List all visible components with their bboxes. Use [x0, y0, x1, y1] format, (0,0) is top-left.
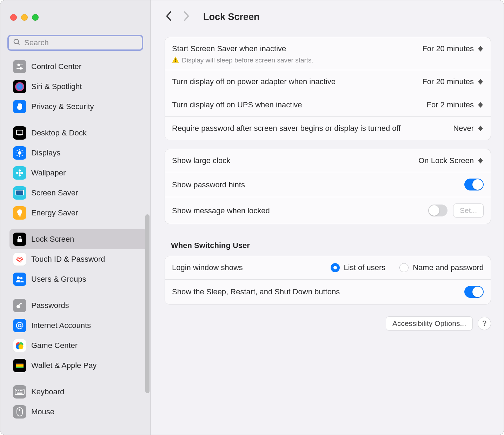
radio-label: List of users — [344, 263, 386, 272]
main-header: Lock Screen — [165, 0, 491, 33]
row-login-window-shows: Login window shows List of users Name an… — [165, 256, 491, 280]
row-label: Show message when locked — [172, 206, 428, 216]
row-display-off-ups: Turn display off on UPS when inactive Fo… — [165, 93, 491, 117]
svg-line-14 — [17, 150, 18, 151]
screen-icon — [13, 186, 26, 200]
sidebar-item-siri[interactable]: Siri & Spotlight — [9, 76, 147, 96]
sidebar-item-wallet[interactable]: Wallet & Apple Pay — [9, 355, 147, 375]
keyboard-icon — [13, 385, 26, 399]
stepper-icon[interactable] — [477, 100, 484, 109]
sidebar-item-screensaver[interactable]: Screen Saver — [9, 183, 147, 203]
warning-row: Display will sleep before screen saver s… — [172, 56, 484, 65]
row-label: Login window shows — [172, 262, 264, 273]
sun-icon — [13, 146, 26, 160]
sidebar-item-label: Passwords — [31, 301, 69, 310]
toggle-sleep-restart[interactable] — [464, 286, 484, 298]
svg-line-16 — [17, 155, 18, 156]
sidebar-item-control-center[interactable]: Control Center — [9, 56, 147, 76]
svg-rect-41 — [15, 389, 24, 395]
sidebar-item-wallpaper[interactable]: Wallpaper — [9, 163, 147, 183]
svg-point-21 — [16, 172, 18, 174]
sidebar-item-label: Energy Saver — [31, 208, 78, 218]
sidebar-item-lock-screen[interactable]: Lock Screen — [9, 229, 147, 249]
sidebar-item-privacy[interactable]: Privacy & Security — [9, 96, 147, 116]
svg-rect-26 — [18, 239, 22, 242]
sidebar-item-displays[interactable]: Displays — [9, 143, 147, 163]
footer: Accessibility Options... ? — [165, 316, 491, 330]
radio-label: Name and password — [413, 263, 484, 272]
sidebar-item-label: Keyboard — [31, 387, 64, 396]
svg-marker-55 — [478, 82, 483, 85]
sidebar-item-gamecenter[interactable]: Game Center — [9, 335, 147, 355]
row-display-off-adapter: Turn display off on power adapter when i… — [165, 70, 491, 94]
sidebar-item-label: Wallet & Apple Pay — [31, 361, 97, 370]
row-value: For 20 minutes — [422, 77, 474, 86]
row-label: Turn display off on power adapter when i… — [172, 76, 422, 87]
svg-rect-53 — [175, 61, 176, 62]
sidebar-item-label: Privacy & Security — [31, 102, 94, 111]
radio-option-list[interactable]: List of users — [331, 263, 386, 272]
forward-button[interactable] — [183, 11, 191, 23]
page-title: Lock Screen — [203, 12, 260, 22]
close-button[interactable] — [10, 14, 17, 21]
sidebar-item-label: Touch ID & Password — [31, 255, 105, 264]
switching-user-card: Login window shows List of users Name an… — [165, 256, 491, 304]
toggle-show-message[interactable] — [428, 205, 447, 216]
sidebar-item-desktop[interactable]: Desktop & Dock — [9, 123, 147, 143]
lock-display-card: Show large clock On Lock Screen Show pas… — [165, 149, 491, 225]
svg-line-17 — [22, 150, 22, 151]
sidebar-item-label: Control Center — [31, 62, 81, 71]
sidebar-item-internet[interactable]: Internet Accounts — [9, 315, 147, 335]
hand-icon — [13, 100, 26, 113]
row-screensaver-inactive: Start Screen Saver when inactive For 20 … — [165, 37, 491, 70]
svg-point-18 — [19, 172, 21, 174]
svg-marker-56 — [478, 102, 483, 105]
sidebar-item-keyboard[interactable]: Keyboard — [9, 382, 147, 402]
maximize-button[interactable] — [32, 14, 39, 21]
stepper-icon[interactable] — [477, 77, 484, 86]
stepper-icon[interactable] — [477, 156, 484, 165]
game-icon — [13, 339, 26, 352]
accessibility-options-button[interactable]: Accessibility Options... — [386, 316, 473, 330]
sidebar-item-passwords[interactable]: Passwords — [9, 295, 147, 315]
sidebar-item-energy[interactable]: Energy Saver — [9, 203, 147, 223]
svg-marker-61 — [478, 161, 483, 163]
svg-marker-49 — [478, 46, 483, 49]
help-button[interactable]: ? — [478, 317, 491, 330]
people-icon — [13, 273, 26, 286]
row-label: Show large clock — [172, 155, 418, 166]
sidebar-item-label: Wallpaper — [31, 168, 66, 178]
row-label: Show password hints — [172, 180, 464, 190]
svg-marker-54 — [478, 79, 483, 82]
svg-rect-43 — [18, 390, 19, 391]
svg-line-15 — [22, 155, 22, 156]
stepper-icon[interactable] — [477, 124, 484, 133]
search-input[interactable] — [24, 38, 138, 47]
svg-rect-42 — [16, 390, 17, 391]
set-message-button[interactable]: Set... — [453, 203, 484, 218]
radio-option-namepw[interactable]: Name and password — [399, 263, 484, 272]
search-field[interactable] — [7, 35, 143, 51]
svg-point-19 — [19, 169, 21, 172]
flower-icon — [13, 166, 26, 180]
sidebar-item-users[interactable]: Users & Groups — [9, 269, 147, 289]
stepper-icon[interactable] — [477, 44, 484, 53]
sidebar-item-label: Desktop & Dock — [31, 128, 87, 138]
minimize-button[interactable] — [21, 14, 28, 21]
search-icon — [13, 38, 21, 47]
sidebar-item-mouse[interactable]: Mouse — [9, 402, 147, 422]
siri-icon — [13, 80, 26, 93]
toggle-password-hints[interactable] — [464, 179, 484, 190]
row-show-message: Show message when locked Set... — [165, 197, 491, 224]
scrollbar-thumb[interactable] — [145, 214, 150, 393]
svg-marker-50 — [478, 49, 483, 52]
row-value: Never — [453, 124, 474, 133]
svg-rect-38 — [16, 364, 24, 365]
warning-text: Display will sleep before screen saver s… — [182, 56, 313, 64]
row-password-hints: Show password hints — [165, 172, 491, 197]
warning-icon — [172, 56, 179, 65]
sidebar-item-label: Internet Accounts — [31, 321, 91, 330]
sidebar-item-touchid[interactable]: Touch ID & Password — [9, 249, 147, 269]
settings-window: Control CenterSiri & SpotlightPrivacy & … — [0, 0, 504, 435]
back-button[interactable] — [165, 11, 172, 23]
